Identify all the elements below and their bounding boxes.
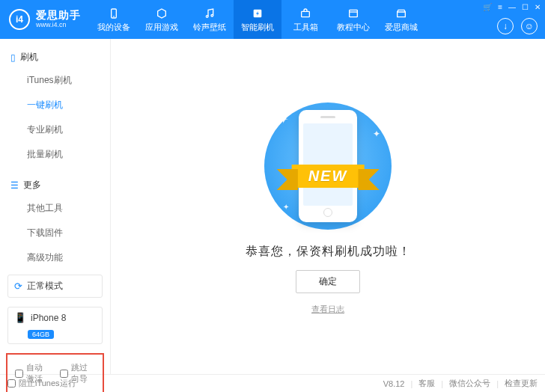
nav-label: 工具箱 [293, 22, 318, 33]
window-controls: 🛒 ≡ ― ☐ ✕ [483, 3, 541, 11]
checkbox-label: 阻止iTunes运行 [19, 378, 76, 389]
nav-label: 应用游戏 [145, 22, 178, 33]
toolbox-icon [299, 7, 312, 20]
svg-rect-5 [302, 11, 310, 16]
nav-label: 教程中心 [337, 22, 370, 33]
device-info-box[interactable]: 📱 iPhone 8 64GB [7, 307, 103, 344]
nav-ringtones[interactable]: 铃声壁纸 [186, 0, 234, 39]
logo-badge-icon: i4 [9, 9, 30, 30]
cart-icon[interactable]: 🛒 [483, 3, 492, 11]
sidebar-item-pro-flash[interactable]: 专业刷机 [27, 117, 110, 142]
success-illustration: ✦ ✦ ✦ NEW [253, 99, 403, 233]
nav-apps[interactable]: 应用游戏 [138, 0, 186, 39]
apps-icon [155, 7, 168, 20]
ribbon-text: NEW [292, 165, 365, 188]
device-mode-box[interactable]: ⟳ 正常模式 [7, 275, 103, 298]
nav-toolbox[interactable]: 工具箱 [281, 0, 329, 39]
svg-rect-6 [350, 10, 358, 16]
sidebar-section-more: ☰ 更多 [0, 174, 110, 196]
nav-label: 铃声壁纸 [193, 22, 226, 33]
svg-point-3 [211, 14, 213, 16]
nav-smart-flash[interactable]: 智能刷机 [234, 0, 281, 39]
top-nav: 我的设备 应用游戏 铃声壁纸 智能刷机 工具箱 教程中心 爱思商城 [90, 0, 425, 39]
mode-label: 正常模式 [27, 280, 63, 293]
book-icon [347, 7, 360, 20]
sidebar-item-batch-flash[interactable]: 批量刷机 [27, 142, 110, 167]
nav-my-device[interactable]: 我的设备 [90, 0, 138, 39]
success-message: 恭喜您，保资料刷机成功啦！ [246, 244, 411, 260]
sidebar-section-flash: ▯ 刷机 [0, 46, 110, 68]
block-itunes-checkbox[interactable]: 阻止iTunes运行 [7, 378, 76, 389]
device-phone-icon: 📱 [14, 312, 26, 323]
section-title: 更多 [23, 179, 41, 192]
device-name: iPhone 8 [31, 313, 66, 323]
sparkle-icon: ✦ [278, 112, 288, 126]
phone-icon [107, 7, 121, 20]
nav-tutorials[interactable]: 教程中心 [329, 0, 377, 39]
wechat-link[interactable]: 微信公众号 [449, 378, 490, 389]
sidebar-item-other-tools[interactable]: 其他工具 [27, 196, 110, 221]
device-capacity-badge: 64GB [28, 330, 54, 339]
sidebar-item-download-firmware[interactable]: 下载固件 [27, 221, 110, 245]
menu-icon[interactable]: ≡ [498, 3, 502, 11]
new-ribbon: NEW [292, 165, 365, 188]
main-content: ✦ ✦ ✦ NEW 恭喜您，保资料刷机成功啦！ 确定 查看日志 [111, 39, 545, 374]
music-icon [203, 7, 216, 20]
app-header: i4 爱思助手 www.i4.cn 我的设备 应用游戏 铃声壁纸 智能刷机 工具… [0, 0, 545, 39]
nav-label: 我的设备 [97, 22, 130, 33]
minimize-icon[interactable]: ― [508, 3, 516, 11]
account-button[interactable]: ☺ [521, 18, 538, 34]
more-icon: ☰ [10, 180, 19, 191]
support-link[interactable]: 客服 [418, 378, 435, 389]
check-update-link[interactable]: 检查更新 [505, 378, 538, 389]
nav-label: 智能刷机 [241, 22, 274, 33]
brand-url: www.i4.cn [36, 22, 81, 29]
phone-outline-icon: ▯ [10, 52, 16, 63]
ok-button[interactable]: 确定 [296, 270, 360, 293]
svg-point-2 [206, 15, 208, 17]
logo: i4 爱思助手 www.i4.cn [0, 9, 90, 30]
close-icon[interactable]: ✕ [535, 3, 541, 11]
nav-label: 爱思商城 [385, 22, 418, 33]
sidebar-item-itunes-flash[interactable]: iTunes刷机 [27, 68, 110, 93]
section-title: 刷机 [20, 51, 38, 64]
maximize-icon[interactable]: ☐ [522, 3, 529, 11]
refresh-icon: ⟳ [14, 281, 22, 292]
sidebar: ▯ 刷机 iTunes刷机 一键刷机 专业刷机 批量刷机 ☰ 更多 其他工具 下… [0, 39, 111, 374]
store-icon [395, 7, 408, 20]
flash-icon [251, 7, 264, 20]
sidebar-item-one-click-flash[interactable]: 一键刷机 [27, 93, 110, 117]
download-button[interactable]: ↓ [497, 18, 514, 34]
view-log-link[interactable]: 查看日志 [311, 304, 344, 315]
sparkle-icon: ✦ [373, 129, 380, 139]
nav-store[interactable]: 爱思商城 [377, 0, 425, 39]
brand-name: 爱思助手 [36, 10, 81, 21]
sidebar-item-advanced[interactable]: 高级功能 [27, 245, 110, 270]
version-label: V8.12 [383, 379, 405, 388]
sparkle-icon: ✦ [283, 203, 289, 211]
